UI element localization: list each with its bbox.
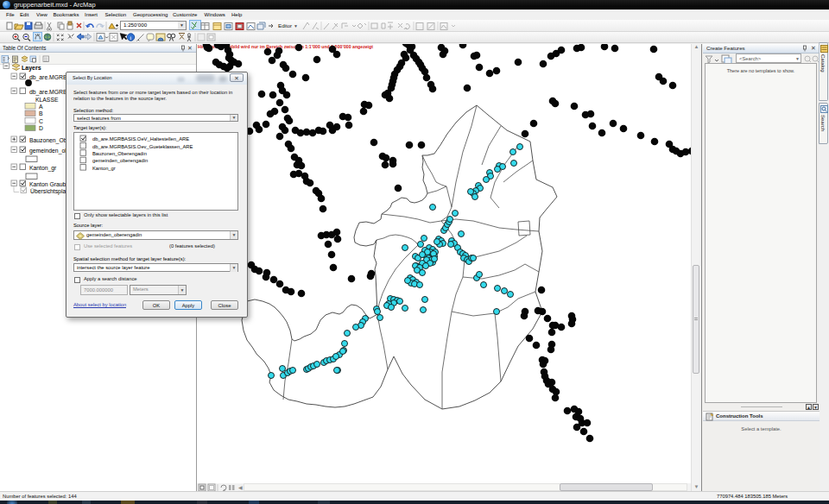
svg-text:i: i [130, 35, 131, 41]
svg-text:D: D [39, 125, 43, 131]
svg-text:gemeinden_oberengadin: gemeinden_oberengadin [92, 158, 148, 163]
svg-text:db_are.MGRBASIS.Oev_Gueteklass: db_are.MGRBASIS.Oev_Gueteklassen_ARE [92, 144, 193, 149]
svg-text:Bauzonen_Oberengadin: Bauzonen_Oberengadin [92, 151, 147, 156]
svg-text:C: C [39, 118, 43, 124]
svg-text:Übersichtsplan: Übersichtsplan [30, 188, 69, 195]
svg-text:Kanton_gr: Kanton_gr [92, 166, 116, 171]
svg-text:KLASSE: KLASSE [35, 97, 59, 103]
svg-text:A: A [39, 104, 43, 110]
svg-text:B: B [39, 110, 43, 117]
svg-text:Kanton_gr: Kanton_gr [29, 165, 57, 172]
svg-text:Layers: Layers [22, 65, 41, 72]
svg-text:db_are.MGRBASIS.OeV_Haltestell: db_are.MGRBASIS.OeV_Haltestellen_ARE [92, 136, 189, 142]
